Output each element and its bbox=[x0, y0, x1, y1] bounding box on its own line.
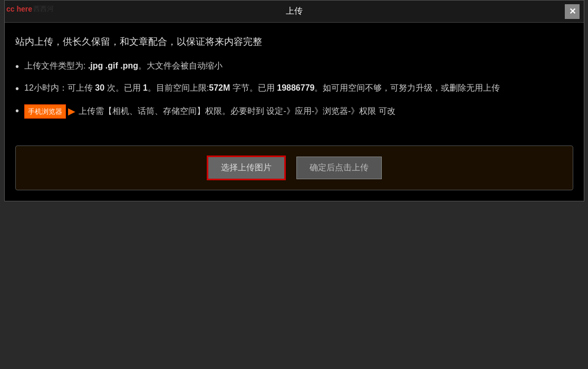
site-logo: cc here bbox=[6, 5, 32, 13]
quota-suffix: 。如可用空间不够，可努力升级，或删除无用上传 bbox=[314, 83, 500, 92]
list-item-quota: • 12小时内：可上传 30 次。已用 1。目前空间上限:572M 字节。已用 … bbox=[15, 81, 573, 96]
site-name: 西西河 bbox=[33, 4, 54, 14]
quota-mid2: 。目前空间上限: bbox=[148, 83, 209, 92]
top-bar: cc here 西西河 bbox=[0, 0, 60, 18]
filetype-prefix: 上传文件类型为: bbox=[24, 61, 88, 70]
select-image-button[interactable]: 选择上传图片 bbox=[207, 156, 286, 180]
dialog-content: 站内上传，供长久保留，和文章配合，以保证将来内容完整 • 上传文件类型为: .j… bbox=[5, 23, 584, 135]
filetype-formats: .jpg .gif .png bbox=[88, 61, 138, 70]
quota-max: 30 bbox=[95, 83, 104, 92]
dialog-title: 上传 bbox=[286, 6, 303, 17]
quota-space-limit: 572M bbox=[209, 83, 230, 92]
quota-text: 12小时内：可上传 30 次。已用 1。目前空间上限:572M 字节。已用 19… bbox=[24, 81, 500, 96]
quota-mid1: 次。已用 bbox=[104, 83, 143, 92]
action-area: 选择上传图片 确定后点击上传 bbox=[15, 145, 573, 190]
list-item-filetypes: • 上传文件类型为: .jpg .gif .png。大文件会被自动缩小 bbox=[15, 59, 573, 74]
main-description: 站内上传，供长久保留，和文章配合，以保证将来内容完整 bbox=[15, 33, 573, 50]
bullet-dot-2: • bbox=[15, 81, 19, 96]
upload-dialog: 上传 ✕ 站内上传，供长久保留，和文章配合，以保证将来内容完整 • 上传文件类型… bbox=[4, 0, 584, 201]
close-button[interactable]: ✕ bbox=[565, 4, 580, 19]
filetype-suffix: 。大文件会被自动缩小 bbox=[138, 61, 223, 70]
bullet-dot-3: • bbox=[15, 103, 19, 119]
arrow-icon: ▶ bbox=[68, 103, 75, 120]
quota-mid3: 字节。已用 bbox=[230, 83, 277, 92]
list-item-mobile: • 手机浏览器▶上传需【相机、话筒、存储空间】权限。必要时到 设定-》应用-》浏… bbox=[15, 103, 573, 120]
confirm-upload-button[interactable]: 确定后点击上传 bbox=[296, 157, 382, 179]
info-list: • 上传文件类型为: .jpg .gif .png。大文件会被自动缩小 • 12… bbox=[15, 59, 573, 120]
filetype-text: 上传文件类型为: .jpg .gif .png。大文件会被自动缩小 bbox=[24, 59, 223, 74]
mobile-content: 手机浏览器▶上传需【相机、话筒、存储空间】权限。必要时到 设定-》应用-》浏览器… bbox=[24, 103, 396, 120]
dialog-titlebar: 上传 ✕ bbox=[5, 1, 584, 23]
quota-prefix: 12小时内：可上传 bbox=[24, 83, 95, 92]
bullet-dot-1: • bbox=[15, 59, 19, 74]
mobile-tag: 手机浏览器 bbox=[24, 104, 66, 119]
quota-used-count: 1 bbox=[143, 83, 148, 92]
quota-space-used: 19886779 bbox=[277, 83, 314, 92]
mobile-text: 上传需【相机、话筒、存储空间】权限。必要时到 设定-》应用-》浏览器-》权限 可… bbox=[79, 104, 396, 119]
